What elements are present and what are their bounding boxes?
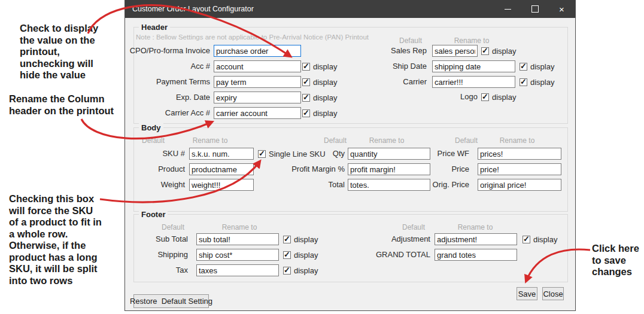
footer-right-default-colhead: Default [396, 223, 432, 231]
ship-date-display-option: display [520, 60, 554, 72]
carrier-input[interactable] [432, 76, 515, 88]
sku-number-input[interactable] [189, 148, 254, 160]
acc-number-input[interactable] [214, 60, 301, 72]
payment-terms-display-checkbox[interactable] [302, 78, 310, 86]
field-label-payment-terms: Payment Terms [127, 76, 210, 88]
field-label-price-wf: Price WF [409, 148, 469, 160]
grand-total-input[interactable] [435, 249, 517, 261]
adjustment-display-option: display [523, 233, 557, 245]
field-label-tax: Tax [137, 264, 188, 276]
display-label: display [313, 93, 337, 102]
field-label-acc-number: Acc # [127, 60, 210, 72]
header-default-colhead: Default [393, 36, 429, 45]
body-left-rename-colhead: Rename to [192, 136, 228, 145]
field-label-shipping: Shipping [137, 249, 188, 261]
footer-group-label: Footer [139, 210, 168, 219]
sub-total-input[interactable] [196, 233, 279, 245]
display-label: display [533, 235, 557, 244]
body-right-default-colhead: Default [448, 136, 484, 145]
titlebar[interactable]: Customer Order Layout Configurator × [125, 0, 575, 18]
maximize-icon [531, 5, 539, 13]
field-label-price: Price [409, 163, 469, 175]
field-label-logo: Logo [427, 91, 478, 103]
sub-total-display-option: display [283, 233, 318, 245]
field-label-sku-number: SKU # [137, 148, 185, 160]
single-line-sku-checkbox[interactable] [258, 150, 266, 158]
display-label: display [313, 78, 337, 87]
sales-rep-display-checkbox[interactable] [481, 47, 489, 55]
header-group-label: Header [139, 23, 170, 32]
tax-input[interactable] [196, 264, 279, 276]
annotation-check-display: Check to display the value on the printo… [20, 23, 98, 81]
carrier-acc-number-display-option: display [302, 107, 337, 119]
restore-default-setting-button[interactable]: Restore Default Setting [133, 294, 209, 308]
ship-date-input[interactable] [432, 60, 515, 72]
minimize-button[interactable] [494, 0, 521, 18]
display-label: display [313, 62, 337, 71]
field-label-total: Total [285, 179, 345, 191]
sub-total-display-checkbox[interactable] [283, 236, 291, 243]
field-label-cpo-proforma-invoice: CPO/Pro-forma Invoice [127, 45, 210, 57]
exp-date-input[interactable] [214, 92, 301, 103]
footer-left-default-colhead: Default [155, 223, 191, 231]
field-label-carrier: Carrier [376, 76, 427, 88]
header-note: Note : Bellow Settings are not applicabl… [136, 33, 369, 41]
carrier-display-option: display [520, 76, 554, 88]
logo-display-checkbox[interactable] [481, 93, 489, 101]
customer-order-layout-configurator-window: Customer Order Layout Configurator × Hea… [124, 0, 576, 311]
acc-number-display-checkbox[interactable] [302, 63, 310, 71]
display-label: display [294, 251, 318, 260]
shipping-input[interactable] [196, 249, 279, 261]
display-label: display [530, 78, 554, 87]
body-left-default-colhead: Default [135, 136, 171, 145]
sales-rep-display-option: display [481, 45, 516, 57]
field-label-product: Product [137, 163, 185, 175]
shipping-display-checkbox[interactable] [283, 251, 291, 259]
close-icon: × [559, 5, 564, 14]
annotation-rename-column: Rename the Column header on the printout [9, 93, 114, 117]
display-label: display [294, 266, 318, 275]
body-mid-rename-colhead: Rename to [369, 136, 405, 145]
tax-display-checkbox[interactable] [283, 267, 291, 275]
header-rename-colhead: Rename to [454, 36, 490, 45]
annotation-single-line-sku: Checking this box will force the SKU of … [9, 193, 102, 286]
field-label-qty: Qty [285, 148, 345, 160]
field-label-carrier-acc-number: Carrier Acc # [127, 107, 210, 119]
orig-price-input[interactable] [478, 179, 561, 191]
save-button[interactable]: Save [517, 287, 537, 300]
annotation-click-save: Click here to save changes [592, 243, 639, 278]
close-dialog-button[interactable]: Close [542, 287, 564, 300]
shipping-display-option: display [283, 249, 318, 261]
sales-rep-input[interactable] [432, 45, 478, 57]
logo-display-option: display [481, 91, 516, 103]
field-label-sales-rep: Sales Rep [376, 45, 427, 57]
carrier-acc-number-display-checkbox[interactable] [302, 109, 310, 117]
adjustment-input[interactable] [435, 233, 517, 245]
footer-right-rename-colhead: Rename to [457, 223, 493, 231]
window-title: Customer Order Layout Configurator [132, 5, 494, 13]
payment-terms-input[interactable] [214, 76, 301, 88]
carrier-acc-number-input[interactable] [214, 107, 301, 119]
field-label-exp-date: Exp. Date [127, 92, 210, 103]
exp-date-display-checkbox[interactable] [302, 94, 310, 102]
display-label: display [294, 235, 318, 244]
minimize-icon [505, 9, 511, 10]
price-wf-input[interactable] [478, 148, 561, 160]
close-button[interactable]: × [548, 0, 575, 18]
body-group-label: Body [139, 123, 163, 132]
product-input[interactable] [189, 163, 254, 175]
cpo-proforma-invoice-input[interactable] [214, 45, 301, 57]
field-label-grand-total: GRAND TOTAL [353, 249, 430, 261]
price-input[interactable] [478, 163, 561, 175]
body-right-rename-colhead: Rename to [499, 136, 535, 145]
field-label-orig-price: Orig. Price [409, 179, 469, 191]
exp-date-display-option: display [302, 92, 337, 103]
carrier-display-checkbox[interactable] [520, 78, 527, 86]
field-label-adjustment: Adjustment [353, 233, 430, 245]
acc-number-display-option: display [302, 60, 337, 72]
adjustment-display-checkbox[interactable] [523, 236, 530, 243]
ship-date-display-checkbox[interactable] [520, 63, 527, 71]
maximize-button[interactable] [521, 0, 548, 18]
display-label: display [492, 93, 516, 102]
weight-input[interactable] [189, 179, 254, 191]
